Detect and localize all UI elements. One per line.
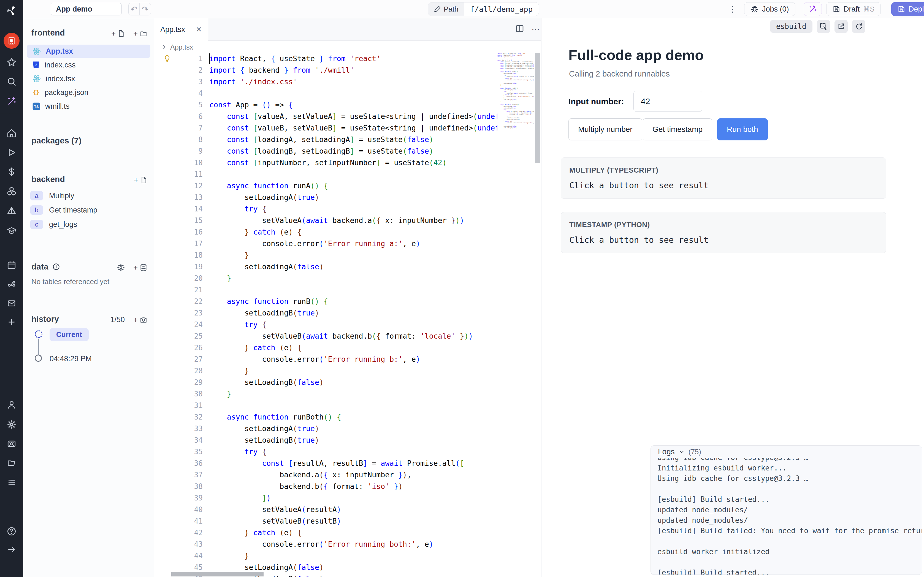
minimap[interactable]: import React, { useState } from 'react'i… bbox=[497, 53, 534, 135]
save-icon bbox=[898, 5, 905, 13]
logs-header[interactable]: Logs (75) bbox=[651, 446, 922, 458]
jobs-button[interactable]: Jobs (0) bbox=[744, 2, 795, 16]
bundler-badge: esbuild bbox=[770, 20, 813, 33]
line-number: 3 bbox=[167, 76, 203, 87]
line-number: 37 bbox=[167, 469, 203, 481]
line-number: 10 bbox=[167, 157, 203, 168]
sidebar-folder-icon[interactable] bbox=[0, 455, 23, 471]
sidebar-star-icon[interactable] bbox=[0, 54, 23, 71]
add-file-icon[interactable]: ＋ bbox=[110, 29, 125, 38]
path-label: Path bbox=[444, 5, 458, 13]
code-editor[interactable]: 1234567891011121314151617181920212223242… bbox=[154, 53, 541, 577]
file-item-index.tsx[interactable]: index.tsx bbox=[27, 72, 150, 85]
result-card-body: Click a button to see result bbox=[569, 181, 878, 190]
data-settings-icon[interactable] bbox=[117, 264, 125, 271]
sidebar-search-icon[interactable] bbox=[0, 73, 23, 90]
file-item-wmill.ts[interactable]: TS wmill.ts bbox=[27, 100, 150, 113]
line-number: 12 bbox=[167, 180, 203, 192]
line-number: 5 bbox=[167, 99, 203, 111]
sidebar-graduation-icon[interactable] bbox=[0, 222, 23, 239]
history-node[interactable] bbox=[35, 355, 42, 362]
tab-label: App.tsx bbox=[160, 25, 185, 34]
windmill-logo-icon[interactable] bbox=[0, 2, 23, 19]
sidebar-gearbox-icon[interactable] bbox=[0, 435, 23, 452]
sidebar-user-icon[interactable] bbox=[0, 396, 23, 413]
redo-icon[interactable]: ↷ bbox=[140, 3, 151, 15]
sidebar-play-icon[interactable] bbox=[0, 144, 23, 161]
svg-text:3: 3 bbox=[35, 63, 37, 67]
get-timestamp-button[interactable]: Get timestamp bbox=[643, 118, 712, 140]
sidebar-cubes-icon[interactable] bbox=[0, 183, 23, 199]
file-item-package.json[interactable]: {} package.json bbox=[27, 86, 150, 99]
path-chip[interactable]: Path f/all/demo_app bbox=[428, 2, 539, 16]
add-table-icon[interactable]: ＋ bbox=[132, 263, 147, 272]
line-number: 22 bbox=[167, 296, 203, 307]
deploy-button[interactable]: Deploy bbox=[891, 2, 924, 16]
history-current-node bbox=[35, 330, 42, 338]
path-label-segment[interactable]: Path bbox=[428, 2, 464, 16]
runnable-get_logs[interactable]: c get_logs bbox=[30, 220, 77, 229]
line-number: 26 bbox=[167, 342, 203, 353]
draft-button[interactable]: Draft ⌘S bbox=[826, 2, 881, 16]
sidebar-calendar-icon[interactable] bbox=[0, 256, 23, 273]
multiply-number-button[interactable]: Multiply number bbox=[568, 118, 642, 140]
lightbulb-icon[interactable] bbox=[163, 55, 171, 63]
sidebar-mail-icon[interactable] bbox=[0, 295, 23, 312]
vertical-scrollbar[interactable] bbox=[535, 53, 540, 163]
add-folder-icon[interactable]: ＋ bbox=[132, 29, 147, 38]
line-number: 28 bbox=[167, 365, 203, 377]
app-name-input[interactable] bbox=[51, 3, 122, 15]
file-name: package.json bbox=[45, 89, 89, 97]
run-both-button[interactable]: Run both bbox=[717, 118, 768, 140]
sidebar-help-icon[interactable] bbox=[0, 523, 23, 540]
runnable-multiply[interactable]: a Multiply bbox=[30, 191, 74, 200]
line-number: 8 bbox=[167, 134, 203, 145]
number-input[interactable] bbox=[634, 91, 702, 112]
sidebar-plus-icon[interactable] bbox=[0, 314, 23, 330]
result-card-timestamp: TIMESTAMP (PYTHON) Click a button to see… bbox=[561, 212, 886, 253]
line-number: 36 bbox=[167, 458, 203, 469]
sidebar-arrow-right-icon[interactable] bbox=[0, 541, 23, 558]
left-icon-rail bbox=[0, 0, 23, 577]
sidebar-workspace-icon[interactable] bbox=[0, 32, 23, 49]
line-number: 25 bbox=[167, 330, 203, 342]
close-icon[interactable]: ✕ bbox=[196, 25, 202, 34]
history-timeline-line bbox=[38, 338, 39, 355]
packages-section[interactable]: packages (7) bbox=[31, 136, 82, 145]
sidebar-flow-icon[interactable] bbox=[0, 276, 23, 292]
runnable-get-timestamp[interactable]: b Get timestamp bbox=[30, 205, 97, 215]
sidebar-prism-icon[interactable] bbox=[0, 203, 23, 219]
history-timestamp[interactable]: 04:48:29 PM bbox=[50, 355, 92, 363]
more-options-icon[interactable]: ⋯ bbox=[532, 24, 541, 34]
runnable-badge: a bbox=[30, 191, 43, 200]
breadcrumb[interactable]: App.tsx bbox=[161, 41, 193, 53]
sidebar-gear-icon[interactable] bbox=[0, 416, 23, 433]
react-file-icon bbox=[32, 74, 41, 83]
sidebar-dollar-icon[interactable] bbox=[0, 163, 23, 180]
line-number: 42 bbox=[167, 527, 203, 538]
sidebar-wand-icon[interactable] bbox=[0, 93, 23, 110]
react-file-icon bbox=[32, 47, 41, 56]
save-icon bbox=[832, 5, 840, 13]
file-item-App.tsx[interactable]: App.tsx bbox=[27, 45, 150, 58]
logs-output[interactable]: Using idb cache for csstype@3.2.3 …Initi… bbox=[657, 452, 916, 575]
split-editor-icon[interactable] bbox=[515, 24, 524, 34]
refresh-icon[interactable] bbox=[852, 20, 865, 33]
horizontal-scrollbar[interactable] bbox=[171, 572, 264, 577]
history-current-chip[interactable]: Current bbox=[50, 328, 89, 341]
inspect-element-icon[interactable] bbox=[817, 20, 830, 33]
draft-shortcut: ⌘S bbox=[863, 5, 875, 13]
sidebar-list-icon[interactable] bbox=[0, 474, 23, 490]
sidebar-home-icon[interactable] bbox=[0, 125, 23, 142]
file-item-index.css[interactable]: 3 index.css bbox=[27, 58, 150, 72]
code-text[interactable]: import React, { useState } from 'react'i… bbox=[209, 53, 497, 577]
add-runnable-icon[interactable]: ＋ bbox=[132, 175, 147, 185]
ai-wand-button[interactable] bbox=[804, 2, 822, 16]
kebab-menu-icon[interactable]: ⋮ bbox=[727, 3, 738, 15]
tab-app-tsx[interactable]: App.tsx ✕ bbox=[154, 18, 208, 41]
chevron-down-icon[interactable] bbox=[679, 449, 685, 455]
line-number: 45 bbox=[167, 562, 203, 573]
open-external-icon[interactable] bbox=[834, 20, 848, 33]
snapshot-icon[interactable]: ＋ bbox=[132, 315, 147, 324]
undo-icon[interactable]: ↶ bbox=[129, 3, 140, 15]
